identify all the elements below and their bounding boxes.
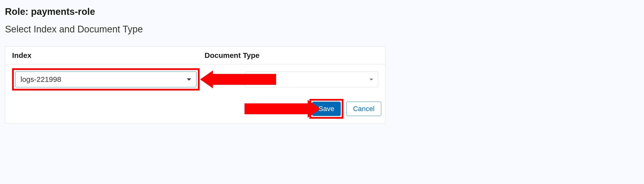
cancel-button[interactable]: Cancel: [346, 102, 381, 116]
role-heading: Role: payments-role: [5, 7, 639, 17]
arrow-left-icon: [200, 70, 213, 88]
annotation-highlight-index: logs-221998: [12, 68, 200, 90]
table-header-row: Index Document Type: [5, 47, 385, 64]
role-label: Role:: [5, 7, 31, 17]
section-subheading: Select Index and Document Type: [5, 24, 639, 35]
arrow-shaft: [244, 103, 308, 114]
panel-footer: Save Cancel: [5, 95, 385, 123]
table-body-row: logs-221998: [5, 64, 385, 95]
annotation-arrow-save: [244, 100, 320, 118]
arrow-right-icon: [308, 100, 320, 118]
arrow-shaft: [213, 74, 276, 85]
role-name: payments-role: [31, 7, 95, 17]
index-select-value: logs-221998: [20, 75, 61, 83]
index-select[interactable]: logs-221998: [15, 71, 196, 87]
index-doctype-panel: Index Document Type logs-221998 Save: [5, 46, 386, 123]
column-header-index: Index: [12, 51, 204, 60]
column-header-doctype: Document Type: [204, 51, 378, 60]
chevron-down-icon: [187, 78, 191, 81]
chevron-down-icon: [370, 79, 373, 80]
annotation-arrow-index: [200, 70, 276, 88]
